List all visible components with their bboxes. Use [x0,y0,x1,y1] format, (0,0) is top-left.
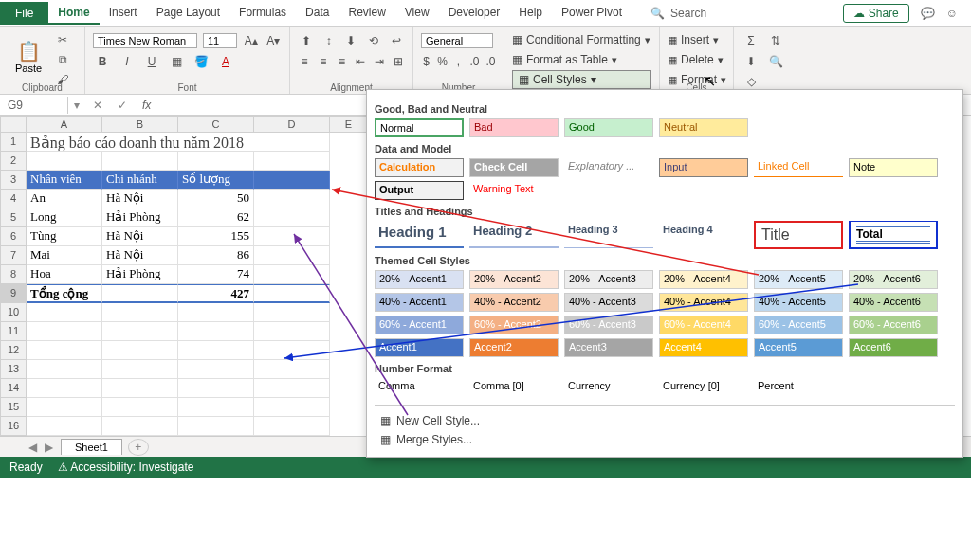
number-format-select[interactable] [421,33,493,48]
style-60-accent2[interactable]: 60% - Accent2 [469,316,559,334]
cell-header-d[interactable] [254,171,330,190]
bold-button[interactable]: B [93,52,112,71]
sheet-nav-next-icon[interactable]: ▶ [45,441,53,454]
account-icon[interactable]: ☺ [946,7,958,20]
align-bottom-icon[interactable]: ⬇ [343,31,360,50]
cell-styles-button[interactable]: ▦Cell Styles ▾ [512,70,651,89]
cell-a1[interactable]: Bảng báo cáo doanh thu năm 2018 [27,133,330,152]
align-top-icon[interactable]: ⬆ [298,31,315,50]
new-cell-style-button[interactable]: ▦New Cell Style... [375,411,955,430]
cell-header-b[interactable]: Chi nhánh [102,171,178,190]
style-title[interactable]: Title [754,221,843,249]
style-check-cell[interactable]: Check Cell [469,158,559,177]
currency-icon[interactable]: $ [421,52,431,71]
style-accent2[interactable]: Accent2 [469,338,559,357]
tab-power-pivot[interactable]: Power Pivot [552,2,632,25]
align-center-icon[interactable]: ≡ [317,52,330,71]
name-box[interactable]: G9 [0,97,68,114]
style-20-accent3[interactable]: 20% - Accent3 [564,270,653,289]
style-heading-2[interactable]: Heading 2 [469,222,559,248]
autosum-icon[interactable]: Σ [742,31,760,50]
tab-formulas[interactable]: Formulas [229,2,296,25]
style-60-accent6[interactable]: 60% - Accent6 [849,316,938,334]
decrease-decimal-icon[interactable]: .0 [486,52,496,71]
style-currency[interactable]: Currency [564,378,653,397]
col-header-c[interactable]: C [178,116,254,133]
tab-help[interactable]: Help [509,2,552,25]
comments-icon[interactable]: 💬 [921,7,935,20]
underline-button[interactable]: U [142,52,161,71]
paste-button[interactable]: 📋 Paste [8,30,49,83]
select-all-corner[interactable] [0,116,27,133]
style-60-accent3[interactable]: 60% - Accent3 [564,316,653,334]
percent-icon[interactable]: % [437,52,448,71]
file-tab[interactable]: File [0,2,48,25]
style-input[interactable]: Input [659,158,748,177]
col-header-d[interactable]: D [254,116,330,133]
format-as-table-button[interactable]: ▦Format as Table ▾ [512,50,651,69]
style-output[interactable]: Output [375,181,464,200]
style-comma0[interactable]: Comma [0] [469,378,559,397]
italic-button[interactable]: I [118,52,137,71]
find-icon[interactable]: 🔍 [766,52,785,71]
fx-icon[interactable]: fx [135,99,158,112]
tab-page-layout[interactable]: Page Layout [147,2,229,25]
style-40-accent4[interactable]: 40% - Accent4 [659,293,748,312]
share-button[interactable]: ☁ Share [843,4,908,23]
style-heading-4[interactable]: Heading 4 [659,222,748,248]
fill-color-icon[interactable]: 🪣 [192,52,211,71]
style-calculation[interactable]: Calculation [375,158,464,177]
style-good[interactable]: Good [564,118,653,137]
style-percent[interactable]: Percent [754,378,843,397]
style-40-accent5[interactable]: 40% - Accent5 [754,293,843,312]
style-accent4[interactable]: Accent4 [659,338,748,357]
style-heading-3[interactable]: Heading 3 [564,222,653,248]
align-left-icon[interactable]: ≡ [298,52,311,71]
comma-icon[interactable]: , [453,52,464,71]
increase-decimal-icon[interactable]: .0 [469,52,480,71]
merge-icon[interactable]: ⊞ [392,52,405,71]
row-header-2[interactable]: 2 [0,152,27,171]
size-select[interactable] [203,33,237,48]
fill-icon[interactable]: ⬇ [742,52,760,71]
style-40-accent3[interactable]: 40% - Accent3 [564,293,653,312]
indent-increase-icon[interactable]: ⇥ [373,52,386,71]
status-accessibility[interactable]: ⚠ Accessibility: Investigate [58,461,194,474]
col-header-e[interactable]: E [330,116,368,133]
sheet-nav-prev-icon[interactable]: ◀ [28,441,37,454]
style-20-accent5[interactable]: 20% - Accent5 [754,270,843,289]
style-20-accent6[interactable]: 20% - Accent6 [849,270,938,289]
style-comma[interactable]: Comma [375,378,464,397]
font-select[interactable] [93,33,197,48]
row-header-1[interactable]: 1 [0,133,27,152]
style-heading-1[interactable]: Heading 1 [375,222,464,248]
indent-decrease-icon[interactable]: ⇤ [354,52,367,71]
merge-styles-button[interactable]: ▦Merge Styles... [375,430,955,449]
decrease-font-icon[interactable]: A▾ [266,31,283,50]
align-right-icon[interactable]: ≡ [336,52,349,71]
copy-icon[interactable]: ⧉ [53,50,72,69]
style-40-accent6[interactable]: 40% - Accent6 [849,293,938,312]
style-40-accent1[interactable]: 40% - Accent1 [375,293,464,312]
style-total[interactable]: Total [849,221,938,249]
tab-insert[interactable]: Insert [100,2,147,25]
style-normal[interactable]: Normal [375,118,464,137]
style-accent5[interactable]: Accent5 [754,338,843,357]
namebox-dropdown-icon[interactable]: ▾ [68,99,85,112]
col-header-b[interactable]: B [102,116,178,133]
tab-data[interactable]: Data [296,2,339,25]
cell-header-a[interactable]: Nhân viên [27,171,102,190]
style-warning[interactable]: Warning Text [469,181,559,200]
style-note[interactable]: Note [849,158,938,177]
sort-filter-icon[interactable]: ⇅ [766,31,785,50]
tab-home[interactable]: Home [48,2,99,25]
align-middle-icon[interactable]: ↕ [321,31,338,50]
row-header-3[interactable]: 3 [0,171,27,190]
delete-cells-button[interactable]: ▦ Delete ▾ [668,50,725,69]
tab-review[interactable]: Review [339,2,394,25]
style-neutral[interactable]: Neutral [659,118,748,137]
border-icon[interactable]: ▦ [167,52,186,71]
tab-developer[interactable]: Developer [439,2,510,25]
font-color-icon[interactable]: A [216,52,235,71]
style-60-accent5[interactable]: 60% - Accent5 [754,316,843,334]
